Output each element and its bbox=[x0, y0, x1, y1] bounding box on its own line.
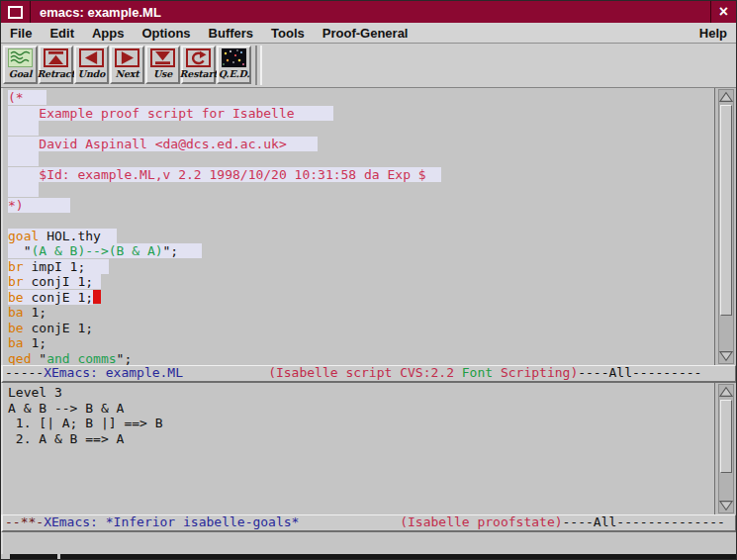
menu-item-buffers[interactable]: Buffers bbox=[200, 26, 263, 41]
qed-icon bbox=[222, 48, 246, 67]
title-bar[interactable]: emacs: example.ML × bbox=[1, 1, 736, 23]
menu-item-options[interactable]: Options bbox=[133, 26, 199, 41]
toolbar-button-q-e-d[interactable]: Q.E.D. bbox=[217, 46, 251, 84]
menu-item-edit[interactable]: Edit bbox=[41, 26, 83, 41]
titlebar-separator bbox=[30, 1, 31, 23]
toolbar-separator bbox=[255, 46, 262, 85]
menu-item-help[interactable]: Help bbox=[691, 26, 736, 41]
goals-window: Level 3A & B --> B & A 1. [| A; B |] ==>… bbox=[1, 383, 736, 514]
code-line: *) bbox=[8, 198, 714, 214]
code-line: ba 1; bbox=[8, 335, 714, 351]
bottom-border bbox=[1, 554, 736, 560]
goals-line: A & B --> B & A bbox=[8, 401, 714, 417]
menu-item-tools[interactable]: Tools bbox=[262, 26, 314, 41]
code-line: $Id: example.ML,v 2.2 1998/10/20 10:31:5… bbox=[8, 167, 714, 183]
code-line: br conjI 1; bbox=[8, 274, 714, 290]
code-line: (* bbox=[8, 90, 714, 106]
scrollbar-thumb[interactable] bbox=[720, 400, 732, 473]
scrollbar-trough[interactable] bbox=[718, 89, 734, 364]
code-line: David Aspinall <da@dcs.ed.ac.uk> bbox=[8, 137, 714, 152]
script-window: (* Example proof script for Isabelle Dav… bbox=[1, 88, 736, 365]
code-line bbox=[8, 182, 714, 198]
toolbar-button-label: Next bbox=[116, 68, 139, 79]
code-line: goal HOL.thy bbox=[8, 229, 714, 244]
goals-line: 2. A & B ==> A bbox=[8, 431, 714, 447]
code-line bbox=[8, 151, 714, 167]
menu-items: FileEditAppsOptionsBuffersToolsProof-Gen… bbox=[1, 26, 416, 41]
goals-buffer[interactable]: Level 3A & B --> B & A 1. [| A; B |] ==>… bbox=[1, 383, 714, 514]
mode-line-script[interactable]: -----XEmacs: example.ML (Isabelle script… bbox=[1, 365, 736, 383]
script-buffer[interactable]: (* Example proof script for Isabelle Dav… bbox=[1, 88, 714, 365]
scroll-down-icon[interactable] bbox=[719, 349, 733, 363]
scrollbar-thumb[interactable] bbox=[720, 105, 732, 316]
toolbar-button-label: Q.E.D. bbox=[219, 68, 250, 79]
mode-line-goals[interactable]: --**-XEmacs: *Inferior isabelle-goals* (… bbox=[1, 514, 736, 532]
window-title: emacs: example.ML bbox=[40, 5, 161, 20]
close-icon: × bbox=[719, 3, 728, 21]
code-line: be conjE 1; bbox=[8, 321, 714, 336]
menu-item-apps[interactable]: Apps bbox=[83, 26, 134, 41]
code-line: qed "and_comms"; bbox=[8, 351, 714, 366]
toolbar-button-label: Retract bbox=[37, 68, 74, 79]
use-icon bbox=[150, 48, 175, 67]
text-cursor bbox=[93, 290, 101, 304]
restart-icon bbox=[186, 48, 211, 67]
toolbar-button-label: Use bbox=[153, 68, 172, 79]
toolbar-button-label: Goal bbox=[9, 68, 32, 79]
toolbar-button-undo[interactable]: Undo bbox=[74, 46, 109, 84]
retract-icon bbox=[44, 48, 68, 67]
code-line: ba 1; bbox=[8, 305, 714, 321]
toolbar-button-label: Restart bbox=[180, 68, 218, 79]
minibuffer[interactable] bbox=[1, 532, 736, 554]
undo-icon bbox=[79, 48, 104, 67]
code-line: Example proof script for Isabelle bbox=[8, 106, 714, 122]
bottom-border-divider bbox=[57, 554, 60, 560]
menu-item-file[interactable]: File bbox=[1, 26, 41, 41]
toolbar-button-goal[interactable]: Goal bbox=[3, 46, 38, 84]
xemacs-window: emacs: example.ML × FileEditAppsOptionsB… bbox=[0, 0, 737, 560]
toolbar: GoalRetractUndoNextUseRestartQ.E.D. bbox=[1, 44, 736, 88]
scroll-up-icon[interactable] bbox=[719, 90, 733, 104]
goals-line: Level 3 bbox=[8, 385, 714, 401]
window-menu-icon[interactable] bbox=[8, 6, 23, 19]
scroll-down-icon[interactable] bbox=[719, 499, 733, 513]
toolbar-button-retract[interactable]: Retract bbox=[39, 46, 73, 84]
scrollbar-trough[interactable] bbox=[718, 384, 734, 513]
goal-icon bbox=[8, 48, 33, 67]
toolbar-button-next[interactable]: Next bbox=[110, 46, 144, 84]
goals-line: 1. [| A; B |] ==> B bbox=[8, 416, 714, 431]
code-line: "(A & B)-->(B & A)"; bbox=[8, 243, 714, 259]
next-icon bbox=[115, 48, 139, 67]
toolbar-button-label: Undo bbox=[78, 68, 105, 79]
menu-item-proof-general[interactable]: Proof-General bbox=[314, 26, 417, 41]
menu-bar: FileEditAppsOptionsBuffersToolsProof-Gen… bbox=[1, 23, 736, 44]
toolbar-button-restart[interactable]: Restart bbox=[181, 46, 216, 84]
code-line: be conjE 1; bbox=[8, 290, 714, 306]
bottom-border-corner bbox=[1, 554, 10, 560]
code-line bbox=[8, 121, 714, 137]
script-scrollbar[interactable] bbox=[714, 88, 736, 365]
scroll-up-icon[interactable] bbox=[719, 385, 733, 399]
close-button[interactable]: × bbox=[711, 1, 736, 23]
goals-scrollbar[interactable] bbox=[714, 383, 736, 514]
code-line: br impI 1; bbox=[8, 259, 714, 275]
toolbar-button-use[interactable]: Use bbox=[145, 46, 180, 84]
code-line bbox=[8, 213, 714, 229]
